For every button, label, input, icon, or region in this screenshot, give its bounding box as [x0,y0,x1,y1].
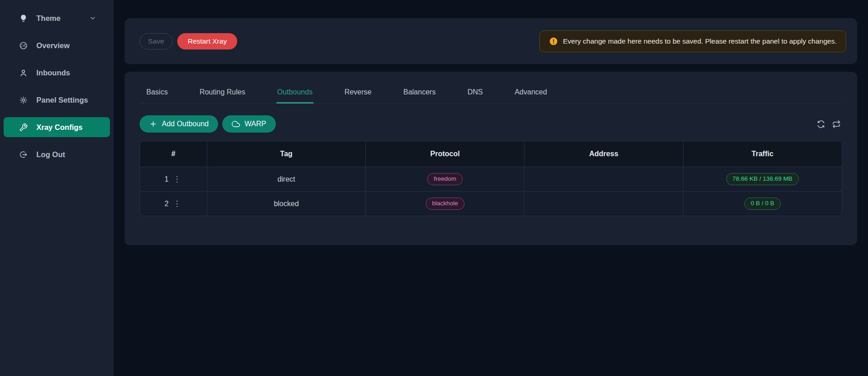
logout-icon [19,150,28,159]
more-vertical-icon[interactable]: ⋮ [172,174,182,184]
traffic-cell: 0 B / 0 B [683,191,842,216]
sidebar-item-label: Xray Configs [36,123,83,132]
protocol-badge: blackhole [426,198,464,210]
more-vertical-icon[interactable]: ⋮ [172,199,182,208]
protocol-cell: freedom [365,167,524,191]
restart-xray-button[interactable]: Restart Xray [177,33,237,49]
index-cell: 1 ⋮ [140,167,207,191]
tag-cell: blocked [207,191,365,216]
sidebar-item-label: Theme [36,14,60,23]
index-cell: 2 ⋮ [140,191,207,216]
sidebar-item-theme[interactable]: Theme [4,8,110,28]
warning-icon [549,37,558,46]
sidebar-item-log-out[interactable]: Log Out [4,144,110,164]
protocol-cell: blackhole [365,191,524,216]
actions-left: Add Outbound WARP [140,115,276,133]
table-header-row: # Tag Protocol Address Traffic [140,141,842,167]
traffic-cell: 78.66 KB / 138.69 MB [683,167,842,191]
sidebar-item-label: Overview [36,41,70,50]
bulb-icon [19,14,28,23]
alert-text: Every change made here needs to be saved… [563,37,837,45]
tab-routing-rules[interactable]: Routing Rules [199,84,246,103]
address-cell [524,191,683,216]
sidebar-item-label: Panel Settings [36,96,88,104]
sidebar-item-xray-configs[interactable]: Xray Configs [4,117,110,137]
sidebar-item-panel-settings[interactable]: Panel Settings [4,90,110,110]
warp-button[interactable]: WARP [222,115,275,133]
plus-icon [149,120,157,128]
xray-configs-card: Basics Routing Rules Outbounds Reverse B… [125,72,857,245]
sidebar-item-label: Inbounds [36,69,70,77]
user-icon [19,68,28,77]
header-tag: Tag [207,141,365,167]
tab-balancers[interactable]: Balancers [402,84,436,103]
row-number: 2 [165,200,169,208]
sidebar-item-label: Log Out [36,150,65,159]
traffic-badge: 78.66 KB / 138.69 MB [726,173,799,185]
gear-icon [19,95,28,104]
header-index: # [140,141,207,167]
sidebar-item-inbounds[interactable]: Inbounds [4,63,110,83]
table-row: 2 ⋮ blocked blackhole 0 B / 0 B [140,191,842,216]
unsaved-changes-alert: Every change made here needs to be saved… [539,30,846,52]
toolbar-card: Save Restart Xray Every change made here… [125,18,857,64]
app-root: Theme Overview Inbounds Panel Settings [0,0,868,376]
save-button[interactable]: Save [140,33,173,49]
repeat-icon[interactable] [832,120,841,129]
header-address: Address [524,141,683,167]
actions-row: Add Outbound WARP [140,115,842,133]
cloud-icon [232,120,240,128]
traffic-badge: 0 B / 0 B [744,198,781,210]
chevron-down-icon [89,15,96,22]
sidebar: Theme Overview Inbounds Panel Settings [0,0,114,376]
row-number: 1 [165,175,169,183]
sidebar-item-overview[interactable]: Overview [4,35,110,55]
header-traffic: Traffic [683,141,842,167]
protocol-badge: freedom [427,173,463,185]
tab-dns[interactable]: DNS [467,84,484,103]
tab-advanced[interactable]: Advanced [514,84,548,103]
gauge-icon [19,41,28,50]
actions-right [817,120,842,129]
main-content: Save Restart Xray Every change made here… [114,0,868,376]
warp-label: WARP [244,120,266,128]
toolbar-buttons: Save Restart Xray [140,33,237,49]
wrench-icon [19,123,28,132]
tab-outbounds[interactable]: Outbounds [276,84,314,103]
tab-bar: Basics Routing Rules Outbounds Reverse B… [140,84,842,104]
add-outbound-button[interactable]: Add Outbound [140,115,218,133]
refresh-icon[interactable] [817,120,825,129]
tab-basics[interactable]: Basics [145,84,169,103]
address-cell [524,167,683,191]
table-row: 1 ⋮ direct freedom 78.66 KB / 138.69 MB [140,167,842,191]
tab-reverse[interactable]: Reverse [344,84,373,103]
add-outbound-label: Add Outbound [162,120,209,128]
header-protocol: Protocol [365,141,524,167]
outbounds-table: # Tag Protocol Address Traffic 1 ⋮ [140,141,842,216]
tag-cell: direct [207,167,365,191]
